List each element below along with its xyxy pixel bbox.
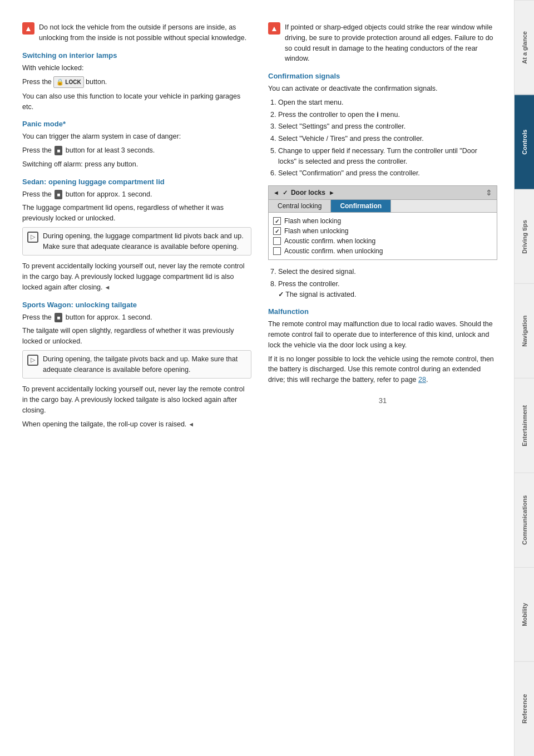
alarm-button-icon: ■ bbox=[55, 146, 62, 155]
malfunction-p1: The remote control may malfunction due t… bbox=[268, 319, 497, 350]
sports-wagon-p1: Press the ■ button for approx. 1 second. bbox=[22, 312, 251, 323]
sidebar-tab-at-a-glance[interactable]: At a glance bbox=[515, 0, 534, 95]
sedan-button-icon: ■ bbox=[55, 190, 62, 199]
warning-text-1: Do not lock the vehicle from the outside… bbox=[39, 22, 251, 43]
back-arrow-1: ◄ bbox=[103, 284, 111, 291]
heading-malfunction: Malfunction bbox=[268, 307, 497, 316]
sports-wagon-p2: The tailgate will open slightly, regardl… bbox=[22, 326, 251, 347]
confirmation-steps-list: Open the start menu. Press the controlle… bbox=[278, 97, 497, 179]
step-4: Select "Vehicle / Tires" and press the c… bbox=[278, 134, 497, 144]
checkbox-flash-locking bbox=[273, 217, 281, 225]
heading-sedan: Sedan: opening luggage compartment lid bbox=[22, 178, 251, 186]
malfunction-p2: If it is no longer possible to lock the … bbox=[268, 354, 497, 385]
sidebar-tab-reference[interactable]: Reference bbox=[515, 661, 534, 756]
door-locks-title: ◄ ✓ Door locks ► bbox=[273, 189, 335, 197]
sidebar: At a glance Controls Driving tips Naviga… bbox=[514, 0, 534, 756]
option-flash-locking-label: Flash when locking bbox=[284, 217, 341, 225]
sidebar-tab-entertainment[interactable]: Entertainment bbox=[515, 378, 534, 473]
checkmark-result-icon: ✓ bbox=[278, 289, 284, 300]
option-acoustic-unlocking: Acoustic confirm. when unlocking bbox=[273, 246, 492, 256]
sidebar-tab-driving-tips[interactable]: Driving tips bbox=[515, 189, 534, 284]
tab-central-locking[interactable]: Central locking bbox=[269, 200, 331, 212]
sports-wagon-extra-p2: When opening the tailgate, the roll-up c… bbox=[22, 419, 251, 430]
sidebar-tab-controls[interactable]: Controls bbox=[515, 95, 534, 189]
warning-icon-2: ▲ bbox=[268, 22, 280, 35]
warning-box-2: ▲ If pointed or sharp-edged objects coul… bbox=[268, 22, 497, 64]
checkbox-acoustic-unlocking bbox=[273, 247, 281, 255]
warning-text-2: If pointed or sharp-edged objects could … bbox=[285, 22, 497, 64]
checkbox-acoustic-locking bbox=[273, 237, 281, 245]
step-5: Change to upper field if necessary. Turn… bbox=[278, 146, 497, 167]
sedan-p2: The luggage compartment lid opens, regar… bbox=[22, 203, 251, 224]
sports-wagon-button-icon: ■ bbox=[55, 313, 62, 322]
sidebar-tab-communications[interactable]: Communications bbox=[515, 473, 534, 567]
step-6: Select "Confirmation" and press the cont… bbox=[278, 168, 497, 179]
option-acoustic-locking: Acoustic confirm. when locking bbox=[273, 236, 492, 246]
heading-interior-lamps: Switching on interior lamps bbox=[22, 51, 251, 60]
sports-wagon-note-box: ▷ During opening, the tailgate pivots ba… bbox=[22, 350, 251, 379]
sedan-note-icon: ▷ bbox=[27, 232, 38, 243]
updown-nav-icon: ⇕ bbox=[486, 188, 492, 197]
confirmation-intro: You can activate or deactivate the confi… bbox=[268, 84, 497, 94]
interior-lamps-p2: Press the 🔒 LOCK button. bbox=[22, 76, 251, 88]
door-locks-widget: ◄ ✓ Door locks ► ⇕ Central locking Confi… bbox=[268, 185, 497, 260]
heading-panic-mode: Panic mode* bbox=[22, 120, 251, 128]
checkbox-flash-unlocking bbox=[273, 227, 281, 235]
sedan-extra-p1: To prevent accidentally locking yourself… bbox=[22, 261, 251, 292]
left-column: ▲ Do not lock the vehicle from the outsi… bbox=[22, 22, 251, 734]
back-arrow-2: ◄ bbox=[186, 421, 194, 428]
checkmark-small: ✓ bbox=[283, 189, 288, 197]
sidebar-tab-mobility[interactable]: Mobility bbox=[515, 567, 534, 662]
sports-wagon-extra-p1: To prevent accidentally locking yourself… bbox=[22, 384, 251, 415]
option-flash-unlocking-label: Flash when unlocking bbox=[284, 227, 348, 235]
sedan-note-text: During opening, the luggage compartment … bbox=[43, 231, 246, 252]
right-column: ▲ If pointed or sharp-edged objects coul… bbox=[268, 22, 497, 734]
step-7: Select the desired signal. bbox=[278, 267, 497, 277]
lock-button-icon: 🔒 LOCK bbox=[53, 76, 83, 88]
tab-confirmation[interactable]: Confirmation bbox=[331, 200, 391, 212]
door-locks-options: Flash when locking Flash when unlocking … bbox=[269, 213, 497, 259]
panic-mode-p1: You can trigger the alarm system in case… bbox=[22, 131, 251, 142]
step-2: Press the controller to open the i menu. bbox=[278, 110, 497, 120]
step-3: Select "Settings" and press the controll… bbox=[278, 121, 497, 132]
panic-mode-p2: Press the ■ button for at least 3 second… bbox=[22, 145, 251, 156]
nav-arrow-right: ► bbox=[329, 189, 335, 196]
nav-arrow-left: ◄ bbox=[273, 189, 279, 196]
signal-activated-text: The signal is activated. bbox=[285, 291, 356, 298]
panic-mode-p3: Switching off alarm: press any button. bbox=[22, 159, 251, 170]
option-flash-unlocking: Flash when unlocking bbox=[273, 226, 492, 236]
option-acoustic-unlocking-label: Acoustic confirm. when unlocking bbox=[284, 247, 383, 255]
warning-box-1: ▲ Do not lock the vehicle from the outsi… bbox=[22, 22, 251, 43]
step-1: Open the start menu. bbox=[278, 97, 497, 108]
page-28-link[interactable]: 28 bbox=[418, 376, 426, 384]
heading-sports-wagon: Sports Wagon: unlocking tailgate bbox=[22, 301, 251, 309]
sports-wagon-note-text: During opening, the tailgate pivots back… bbox=[43, 354, 246, 375]
door-locks-header: ◄ ✓ Door locks ► ⇕ bbox=[269, 186, 497, 200]
warning-icon-1: ▲ bbox=[22, 22, 34, 35]
sedan-note-box: ▷ During opening, the luggage compartmen… bbox=[22, 227, 251, 256]
sidebar-tab-navigation[interactable]: Navigation bbox=[515, 283, 534, 378]
post-widget-steps-list: Select the desired signal. Press the con… bbox=[278, 267, 497, 300]
option-acoustic-locking-label: Acoustic confirm. when locking bbox=[284, 237, 375, 245]
interior-lamps-p1: With vehicle locked: bbox=[22, 63, 251, 73]
page-number: 31 bbox=[268, 396, 497, 405]
step-8: Press the controller. ✓ The signal is ac… bbox=[278, 279, 497, 300]
sedan-p1: Press the ■ button for approx. 1 second. bbox=[22, 189, 251, 200]
heading-confirmation-signals: Confirmation signals bbox=[268, 72, 497, 80]
widget-title-text: Door locks bbox=[291, 189, 325, 197]
sports-wagon-note-icon: ▷ bbox=[27, 355, 38, 366]
door-locks-tabs: Central locking Confirmation bbox=[269, 200, 497, 213]
option-flash-locking: Flash when locking bbox=[273, 216, 492, 226]
interior-lamps-p3: You can also use this function to locate… bbox=[22, 91, 251, 112]
